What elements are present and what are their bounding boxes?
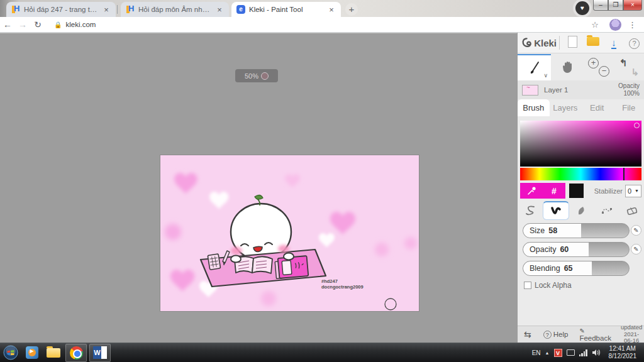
open-file-button[interactable] [583, 37, 604, 48]
taskbar-clock[interactable]: 12:41 AM 8/12/2021 [605, 345, 641, 361]
profile-avatar[interactable] [609, 19, 621, 31]
feedback-link[interactable]: ✎ Feedback [574, 327, 617, 342]
eraser-button[interactable] [619, 201, 644, 220]
active-layer-row[interactable]: Layer 1 Opacity 100% [518, 80, 644, 99]
tab-kleki[interactable]: e Kleki - Paint Tool × [231, 2, 341, 17]
network-icon[interactable] [567, 349, 575, 356]
blend-brush-button[interactable] [543, 201, 569, 220]
undo-redo-group: ↰ ↳ [614, 54, 644, 80]
unikey-icon[interactable]: V [554, 349, 562, 357]
size-value: 58 [548, 226, 557, 235]
lock-alpha-checkbox[interactable] [524, 282, 531, 289]
color-saturation-picker[interactable] [520, 121, 641, 167]
help-button[interactable]: ? [624, 37, 644, 49]
window-maximize-button[interactable]: ❐ [608, 0, 623, 11]
hoidap-favicon-icon: H [11, 5, 20, 14]
secondary-color-swatch[interactable] [569, 184, 584, 198]
kleki-brand: Kleki [518, 37, 557, 48]
speaker-icon[interactable] [592, 349, 601, 356]
media-heart-icon[interactable]: ♥ [575, 1, 589, 15]
signature-line1: #hd247 [321, 278, 338, 284]
brush-tool-button[interactable]: ∨ [518, 54, 551, 80]
layer-opacity: Opacity 100% [618, 82, 644, 97]
zoom-level-toast: 50% [235, 69, 278, 82]
file-explorer-button[interactable] [43, 344, 64, 362]
layer-thumbnail[interactable] [522, 85, 538, 96]
chrome-icon [70, 346, 83, 359]
zoom-level-text: 50% [245, 72, 258, 80]
browser-menu-icon[interactable]: ⋮ [628, 20, 636, 30]
hue-slider[interactable] [520, 168, 641, 180]
eyedropper-icon [527, 186, 536, 195]
tab-hoidap-amnhac[interactable]: H Hỏi đáp môn Âm nhạc, Mỹ thuật × [121, 2, 229, 17]
eyedropper-button[interactable] [520, 183, 543, 199]
hue-marker[interactable] [623, 168, 625, 180]
opacity-value: 60 [560, 245, 569, 254]
tab-brush[interactable]: Brush [518, 99, 550, 116]
system-tray: EN ▲ V 12:41 AM 8/12/2021 [532, 345, 644, 361]
hoidap-favicon-icon: H [126, 5, 135, 14]
windows-taskbar: EN ▲ V 12:41 AM 8/12/2021 [0, 343, 644, 362]
size-slider[interactable]: Size58 [523, 223, 630, 238]
bookmark-star-icon[interactable]: ☆ [591, 20, 599, 30]
hand-icon [561, 60, 575, 75]
hand-tool-button[interactable] [551, 54, 584, 80]
zoom-out-icon[interactable]: − [599, 66, 609, 77]
url-text[interactable]: kleki.com [65, 21, 96, 28]
opacity-slider[interactable]: Opacity60 [523, 242, 630, 257]
help-link[interactable]: ? Help [538, 331, 574, 339]
new-tab-button[interactable]: + [345, 3, 358, 16]
window-close-button[interactable]: × [623, 0, 642, 11]
language-indicator[interactable]: EN [532, 349, 541, 356]
pen-brush-button[interactable] [518, 201, 543, 220]
sketchy-brush-button[interactable] [569, 201, 594, 220]
tab-edit[interactable]: Edit [581, 99, 613, 116]
forward-icon: → [15, 19, 30, 30]
tab-close-icon[interactable]: × [327, 5, 336, 14]
color-controls-row: # Stabilizer 0 ▼ [520, 183, 641, 199]
url-box[interactable]: 🔒 kleki.com [54, 21, 96, 28]
back-icon[interactable]: ← [0, 19, 15, 30]
panel-bottom-bar: ⇆ ? Help ✎ Feedback updated 2021-06-16 [518, 326, 644, 343]
browser-address-bar: ← → ↻ 🔒 kleki.com ☆ ⋮ [0, 17, 644, 33]
opacity-edit-button[interactable]: ✎ [631, 244, 641, 255]
magnifier-icon [261, 72, 269, 80]
tab-separator [117, 5, 118, 14]
lock-alpha-row[interactable]: Lock Alpha [524, 281, 572, 290]
tab-hoidap247[interactable]: H Hỏi đáp 247 - trang tra loi × [6, 2, 116, 17]
tab-close-icon[interactable]: × [102, 5, 111, 14]
undo-icon[interactable]: ↰ [619, 57, 628, 69]
browser-tab-strip: H Hỏi đáp 247 - trang tra loi × H Hỏi đá… [0, 0, 644, 17]
pixel-brush-button[interactable] [594, 201, 619, 220]
media-player-icon [26, 346, 38, 359]
chrome-button[interactable] [65, 344, 87, 362]
swap-icon[interactable]: ⇆ [518, 329, 538, 339]
save-download-button[interactable]: ↓ [604, 37, 625, 48]
kleki-brand-text: Kleki [534, 38, 557, 48]
opacity-label: Opacity [530, 245, 556, 254]
tab-layers[interactable]: Layers [550, 99, 582, 116]
windows-orb-icon [3, 345, 18, 360]
kleki-workspace[interactable]: #hd247 docngoctrang2009 50% [0, 33, 517, 343]
start-button[interactable] [0, 344, 21, 362]
color-selector-dot[interactable] [634, 123, 640, 128]
zoom-in-icon[interactable]: + [588, 58, 599, 69]
media-player-button[interactable] [21, 344, 43, 362]
size-edit-button[interactable]: ✎ [631, 225, 641, 236]
hex-color-button[interactable]: # [543, 183, 565, 199]
signal-icon[interactable] [579, 349, 587, 356]
tray-expand-icon[interactable]: ▲ [545, 351, 550, 355]
paint-canvas[interactable]: #hd247 docngoctrang2009 [160, 155, 419, 311]
word-button[interactable] [89, 344, 111, 362]
tab-file[interactable]: File [613, 99, 644, 116]
tab-close-icon[interactable]: × [215, 5, 224, 14]
question-icon: ? [543, 331, 552, 339]
new-image-button[interactable] [562, 36, 583, 50]
download-icon: ↓ [611, 37, 616, 49]
blending-slider[interactable]: Blending65 [523, 261, 630, 276]
stabilizer-select[interactable]: 0 ▼ [625, 185, 641, 197]
window-minimize-button[interactable]: – [593, 0, 608, 11]
tab-title: Hỏi đáp 247 - trang tra loi [24, 6, 98, 13]
refresh-icon[interactable]: ↻ [30, 19, 45, 30]
folder-icon [47, 348, 60, 358]
